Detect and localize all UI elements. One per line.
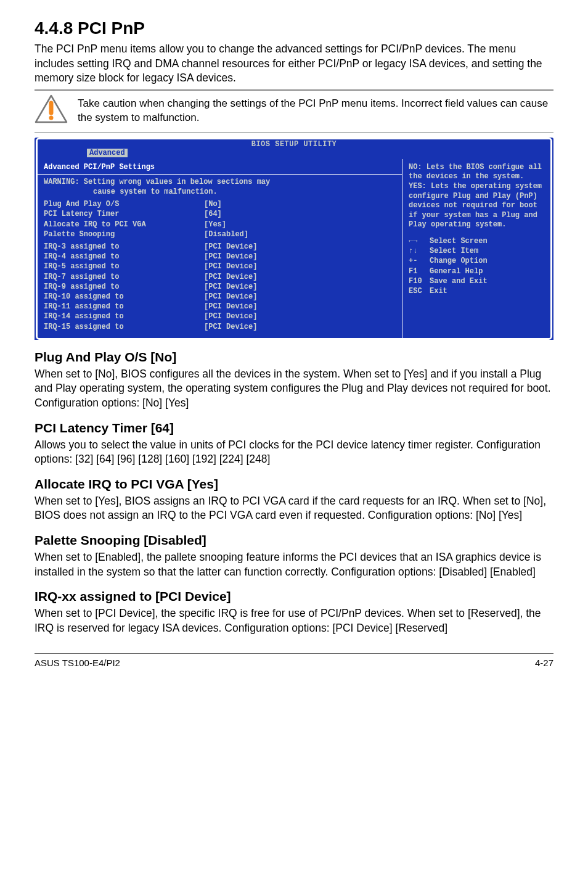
bios-help-yes: YES: Lets the operating system configure…: [409, 182, 544, 230]
subsection-body: When set to [Enabled], the pallete snoop…: [35, 550, 553, 579]
bios-legend-key: F1: [409, 266, 430, 276]
bios-legend-key: ESC: [409, 286, 430, 296]
bios-legend-row: ESCExit: [409, 286, 544, 296]
bios-setting-label: IRQ-11 assigned to: [44, 302, 204, 311]
bios-setting-row: IRQ-4 assigned to[PCI Device]: [44, 252, 396, 262]
bios-help-no: NO: Lets the BIOS configue all the devic…: [409, 163, 544, 182]
bios-setting-label: Plug And Play O/S: [44, 199, 204, 209]
bios-setting-value: [PCI Device]: [204, 272, 396, 282]
subsection-body: When set to [PCI Device], the specific I…: [35, 606, 553, 635]
bios-legend-key: ↑↓: [409, 246, 430, 256]
bios-tab-advanced: Advanced: [87, 149, 128, 157]
bios-setting-row: IRQ-11 assigned to[PCI Device]: [44, 302, 396, 311]
section-name: PCI PnP: [78, 19, 145, 38]
bios-setting-value: [Disabled]: [204, 229, 396, 239]
subsection-body: Allows you to select the value in units …: [35, 438, 553, 467]
bios-setting-value: [PCI Device]: [204, 242, 396, 252]
bios-setting-label: IRQ-14 assigned to: [44, 311, 204, 321]
bios-setting-row: IRQ-9 assigned to[PCI Device]: [44, 282, 396, 292]
subsection-heading: Palette Snooping [Disabled]: [35, 533, 553, 548]
section-intro: The PCI PnP menu items allow you to chan…: [35, 42, 553, 86]
bios-setting-value: [PCI Device]: [204, 252, 396, 262]
page-footer: ASUS TS100-E4/PI2 4-27: [35, 653, 553, 668]
bios-warning-line1: WARNING: Setting wrong values in below s…: [44, 177, 396, 187]
bios-setting-label: IRQ-9 assigned to: [44, 282, 204, 292]
divider: [35, 132, 553, 133]
bios-setting-row: IRQ-15 assigned to[PCI Device]: [44, 322, 396, 332]
subsection-heading: PCI Latency Timer [64]: [35, 421, 553, 435]
caution-icon: [35, 94, 68, 127]
bios-setting-row: Palette Snooping[Disabled]: [44, 229, 396, 239]
divider: [35, 89, 553, 91]
bios-title: BIOS SETUP UTILITY: [38, 140, 550, 149]
bios-legend-text: Select Screen: [430, 236, 488, 246]
bios-body: Advanced PCI/PnP Settings WARNING: Setti…: [38, 159, 550, 338]
bios-setting-label: Allocate IRQ to PCI VGA: [44, 220, 204, 229]
bios-setting-value: [Yes]: [204, 220, 396, 229]
bios-legend-row: F1General Help: [409, 266, 544, 276]
bios-legend-text: Select Item: [430, 246, 478, 256]
bios-legend-row: ←→Select Screen: [409, 236, 544, 246]
bios-screenshot: BIOS SETUP UTILITY Advanced Advanced PCI…: [35, 138, 553, 340]
bios-setting-row: IRQ-7 assigned to[PCI Device]: [44, 272, 396, 282]
caution-note: Take caution when changing the settings …: [35, 94, 553, 127]
subsection-body: When set to [No], BIOS configures all th…: [35, 367, 553, 411]
bios-legend-text: Exit: [430, 286, 447, 296]
svg-point-2: [49, 115, 54, 120]
bios-setting-row: IRQ-5 assigned to[PCI Device]: [44, 262, 396, 271]
bios-legend-text: Change Option: [430, 256, 488, 266]
bios-frame: BIOS SETUP UTILITY Advanced Advanced PCI…: [36, 138, 552, 340]
bios-setting-label: IRQ-3 assigned to: [44, 242, 204, 252]
bios-setting-label: PCI Latency Timer: [44, 209, 204, 219]
bios-legend-row: +-Change Option: [409, 256, 544, 266]
bios-setting-value: [PCI Device]: [204, 302, 396, 311]
section-title: 4.4.8 PCI PnP: [35, 19, 553, 38]
bios-setting-row: IRQ-3 assigned to[PCI Device]: [44, 242, 396, 252]
subsection-heading: Plug And Play O/S [No]: [35, 350, 553, 365]
subsection-body: When set to [Yes], BIOS assigns an IRQ t…: [35, 494, 553, 523]
bios-left-pane: Advanced PCI/PnP Settings WARNING: Setti…: [38, 159, 402, 338]
bios-legend-row: F10Save and Exit: [409, 276, 544, 286]
bios-legend: ←→Select Screen↑↓Select Item+-Change Opt…: [409, 236, 544, 296]
bios-setting-value: [PCI Device]: [204, 262, 396, 271]
bios-setting-row: Plug And Play O/S[No]: [44, 199, 396, 209]
bios-setting-value: [PCI Device]: [204, 282, 396, 292]
bios-setting-row: PCI Latency Timer[64]: [44, 209, 396, 219]
subsection-heading: IRQ-xx assigned to [PCI Device]: [35, 589, 553, 604]
bios-legend-key: +-: [409, 256, 430, 266]
bios-warning-line2: cause system to malfunction.: [44, 187, 396, 197]
bios-right-pane: NO: Lets the BIOS configue all the devic…: [402, 159, 550, 338]
bios-legend-text: Save and Exit: [430, 276, 488, 286]
bios-setting-label: Palette Snooping: [44, 229, 204, 239]
footer-right: 4-27: [535, 658, 553, 668]
footer-left: ASUS TS100-E4/PI2: [35, 658, 120, 668]
bios-left-header: Advanced PCI/PnP Settings: [44, 163, 396, 171]
section-number: 4.4.8: [35, 19, 73, 38]
bios-inner-divider: [38, 174, 402, 175]
bios-legend-key: F10: [409, 276, 430, 286]
bios-setting-label: IRQ-4 assigned to: [44, 252, 204, 262]
bios-setting-row: IRQ-10 assigned to[PCI Device]: [44, 292, 396, 302]
bios-setting-label: IRQ-10 assigned to: [44, 292, 204, 302]
bios-setting-value: [PCI Device]: [204, 292, 396, 302]
bios-titlebar: BIOS SETUP UTILITY Advanced: [38, 139, 550, 159]
bios-setting-row: IRQ-14 assigned to[PCI Device]: [44, 311, 396, 321]
subsection-heading: Allocate IRQ to PCI VGA [Yes]: [35, 477, 553, 492]
bios-legend-text: General Help: [430, 266, 483, 276]
bios-legend-key: ←→: [409, 236, 430, 246]
caution-text: Take caution when changing the settings …: [78, 94, 553, 125]
bios-setting-label: IRQ-7 assigned to: [44, 272, 204, 282]
bios-setting-value: [PCI Device]: [204, 311, 396, 321]
bios-setting-label: IRQ-15 assigned to: [44, 322, 204, 332]
bios-setting-value: [64]: [204, 209, 396, 219]
bios-setting-label: IRQ-5 assigned to: [44, 262, 204, 271]
bios-setting-value: [No]: [204, 199, 396, 209]
bios-setting-value: [PCI Device]: [204, 322, 396, 332]
bios-setting-row: Allocate IRQ to PCI VGA[Yes]: [44, 220, 396, 229]
bios-legend-row: ↑↓Select Item: [409, 246, 544, 256]
